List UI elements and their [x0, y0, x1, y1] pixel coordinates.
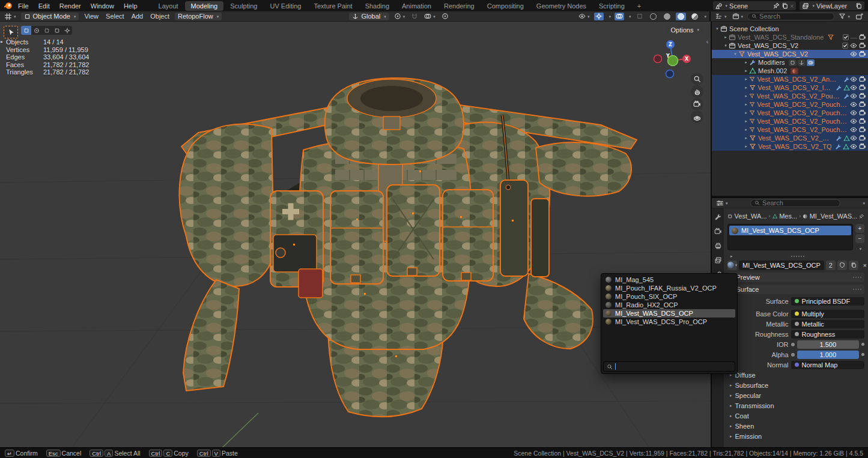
alpha-slider[interactable]: 1.000: [797, 351, 859, 359]
panel-sheen[interactable]: ▸Sheen: [727, 421, 864, 431]
sidebar-toggle[interactable]: ‹: [706, 38, 708, 45]
eye-icon[interactable]: [850, 143, 857, 150]
eye-icon[interactable]: [850, 92, 857, 100]
camera-visibility-icon[interactable]: [859, 109, 866, 116]
remove-slot-button[interactable]: −: [855, 234, 864, 243]
add-slot-button[interactable]: +: [855, 224, 864, 233]
outliner-row-pouch-six-02[interactable]: ▸ Vest_WAS_DCS_V2_Pouch_SIX_02: [712, 109, 868, 117]
outliner-filter-collection[interactable]: ▾: [731, 13, 745, 20]
material-users-count[interactable]: 2: [826, 261, 836, 270]
new-scene-icon[interactable]: [782, 2, 788, 9]
camera-visibility-icon[interactable]: [859, 76, 866, 83]
exclude-checkbox[interactable]: [843, 34, 849, 40]
transform-orientation[interactable]: Global▾: [349, 13, 389, 20]
tab-modeling[interactable]: Modeling: [185, 1, 224, 11]
camera-visibility-icon[interactable]: [859, 126, 866, 133]
scene-selector[interactable]: ▾ Scene ×: [713, 1, 797, 10]
eye-icon[interactable]: [850, 76, 857, 83]
base-color-field[interactable]: Multiply: [791, 310, 864, 318]
keyframe-dot[interactable]: [861, 353, 864, 356]
popup-item-vest-pro-ocp[interactable]: MI_Vest_WAS_DCS_Pro_OCP: [603, 318, 735, 326]
tab-layout[interactable]: Layout: [153, 1, 184, 11]
tab-texture-paint[interactable]: Texture Paint: [308, 1, 358, 11]
outliner-row-pouch-six-03[interactable]: ▸ Vest_WAS_DCS_V2_Pouch_SIX_03: [712, 117, 868, 125]
panel-preview[interactable]: ▸Preview: [727, 273, 864, 282]
shading-wireframe[interactable]: [648, 13, 658, 20]
viewport-canvas[interactable]: [0, 22, 711, 447]
keyframe-dot[interactable]: [861, 343, 864, 346]
outliner-row-pouch-six-01[interactable]: ▸ Vest_WAS_DCS_V2_Pouch_SIX_01: [712, 100, 868, 109]
gizmo-x-neg[interactable]: [654, 55, 662, 63]
retopoflow-menu[interactable]: RetopoFlow▾: [175, 13, 222, 20]
outliner-row-tq[interactable]: ▸ Vest_WAS_DCS_V2_TQ: [712, 142, 868, 151]
popup-search[interactable]: [603, 361, 735, 372]
menu-window[interactable]: Window: [86, 2, 118, 10]
browse-material-button[interactable]: ▾: [727, 261, 737, 270]
outliner-search[interactable]: [747, 13, 834, 20]
eye-icon[interactable]: [850, 42, 857, 49]
panel-specular[interactable]: ▸Specular: [727, 390, 864, 400]
panel-transmission[interactable]: ▸Transmission: [727, 400, 864, 411]
shading-solid[interactable]: [662, 13, 672, 20]
eye-icon[interactable]: [850, 118, 857, 125]
popup-item-radio-hx2[interactable]: MI_Radio_HX2_OCP: [603, 301, 735, 309]
eye-icon[interactable]: [850, 84, 857, 91]
xray-toggle[interactable]: [635, 13, 645, 20]
menu-edit[interactable]: Edit: [34, 2, 54, 10]
overlays-toggle[interactable]: [615, 13, 624, 20]
outliner-display-mode[interactable]: ▾: [714, 13, 728, 20]
tab-rendering[interactable]: Rendering: [438, 1, 481, 11]
pin-icon[interactable]: [859, 213, 864, 220]
properties-search[interactable]: [750, 199, 840, 207]
eye-icon[interactable]: [850, 101, 857, 108]
vest-shoulder-band-right[interactable]: [536, 142, 631, 196]
mag-pouch-3[interactable]: [443, 190, 493, 281]
camera-visibility-icon[interactable]: [859, 34, 866, 41]
outliner-row-scene-collection[interactable]: ▾ Scene Collection: [712, 25, 868, 33]
camera-visibility-icon[interactable]: [859, 42, 866, 49]
select-lasso-button[interactable]: [41, 26, 52, 35]
material-slot-list[interactable]: MI_Vest_WAS_DCS_OCP: [727, 224, 853, 250]
select-box-button[interactable]: [21, 26, 31, 35]
camera-visibility-icon[interactable]: [859, 134, 866, 142]
material-slot-active[interactable]: MI_Vest_WAS_DCS_OCP: [729, 226, 851, 235]
falloff-toggle[interactable]: [440, 13, 450, 20]
visibility-dropdown[interactable]: ▾: [577, 13, 591, 20]
snapping-dropdown[interactable]: ▾: [393, 13, 407, 20]
menu-select[interactable]: Select: [104, 13, 126, 20]
gizmo-z-neg[interactable]: [666, 70, 674, 78]
stats-collapse-icon[interactable]: ▸: [1, 38, 3, 46]
outliner-filter-dropdown[interactable]: ▾: [837, 13, 851, 20]
slot-list-resize[interactable]: ▸: [727, 253, 864, 259]
editor-type-button[interactable]: ▾: [3, 13, 17, 20]
mag-pouch-1[interactable]: [330, 191, 383, 284]
radio[interactable]: [500, 180, 528, 276]
breadcrumb-mesh[interactable]: Mes...: [779, 212, 797, 220]
select-intersect-button[interactable]: [62, 26, 72, 35]
orthographic-toggle[interactable]: [691, 110, 703, 123]
surface-shader-field[interactable]: Principled BSDF: [791, 297, 864, 306]
normal-field[interactable]: Normal Map: [791, 361, 864, 369]
mode-selector[interactable]: Object Mode▾: [21, 13, 79, 20]
modifier-icon[interactable]: [798, 59, 806, 66]
slot-specials-button[interactable]: ▾: [855, 244, 864, 253]
pin-icon[interactable]: [773, 2, 780, 9]
new-collection-button[interactable]: [854, 13, 864, 20]
menu-view[interactable]: View: [82, 13, 100, 20]
chevron-down-icon[interactable]: ▾: [863, 201, 865, 205]
eye-icon[interactable]: [850, 50, 857, 58]
eye-icon[interactable]: [850, 109, 857, 116]
camera-visibility-icon[interactable]: [859, 92, 866, 100]
metallic-field[interactable]: Metallic: [791, 320, 864, 328]
outliner-row-standalone[interactable]: ▸ Vest_WAS_DCS_Standalone —: [712, 33, 868, 41]
camera-view-button[interactable]: [691, 98, 703, 110]
tab-uv-editing[interactable]: UV Editing: [264, 1, 307, 11]
camera-visibility-icon[interactable]: [859, 101, 866, 108]
add-workspace-button[interactable]: +: [631, 1, 647, 11]
menu-object[interactable]: Object: [148, 13, 171, 20]
menu-help[interactable]: Help: [120, 2, 142, 10]
modifier-icon[interactable]: [789, 59, 797, 66]
viewlayer-selector[interactable]: ▾ ViewLayer: [800, 1, 864, 10]
menu-file[interactable]: File: [14, 2, 33, 10]
popup-item-pouch-six[interactable]: MI_Pouch_SIX_OCP: [603, 292, 735, 301]
